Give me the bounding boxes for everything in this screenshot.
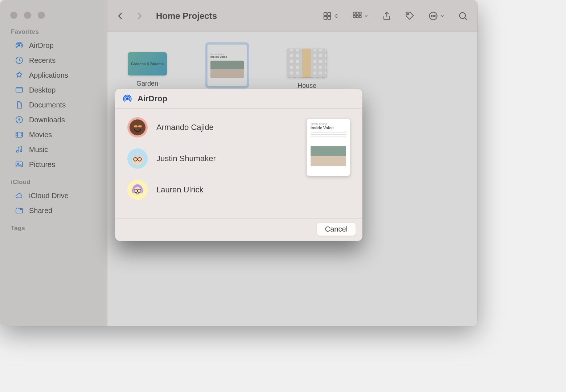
sidebar: Favorites AirDrop Recents Applications D… [0, 0, 107, 326]
applications-icon [15, 70, 24, 80]
sidebar-item-label: Music [29, 145, 48, 154]
svg-point-0 [19, 45, 20, 46]
sidebar-item-label: Documents [29, 100, 66, 110]
sidebar-item-airdrop[interactable]: AirDrop [4, 38, 103, 53]
svg-rect-2 [16, 87, 22, 92]
sidebar-item-label: Shared [29, 206, 53, 215]
back-button[interactable] [115, 11, 126, 21]
svg-rect-18 [356, 15, 358, 17]
airdrop-people-list: Armando Cajide Justin Shumaker Lauren Ul… [127, 115, 299, 213]
tags-button[interactable] [405, 11, 415, 21]
avatar [127, 117, 148, 138]
close-window-button[interactable] [10, 12, 17, 19]
sidebar-item-downloads[interactable]: Downloads [4, 113, 103, 127]
sidebar-section-tags: Tags [0, 218, 107, 234]
toolbar: Home Projects [107, 0, 477, 32]
svg-rect-10 [324, 12, 327, 15]
nav-arrows [115, 11, 144, 21]
sidebar-item-label: Desktop [29, 85, 56, 95]
minimize-window-button[interactable] [24, 12, 31, 19]
airdrop-person-justin[interactable]: Justin Shumaker [127, 148, 299, 169]
airdrop-icon [122, 94, 132, 104]
sidebar-item-label: Recents [29, 56, 56, 65]
group-icon [352, 11, 362, 21]
svg-point-23 [433, 15, 434, 16]
fullscreen-window-button[interactable] [38, 12, 45, 19]
more-button[interactable] [428, 11, 445, 21]
window-title: Home Projects [156, 11, 217, 21]
sidebar-section-icloud: iCloud [0, 172, 107, 188]
sidebar-item-label: AirDrop [29, 41, 54, 50]
window-controls [0, 7, 107, 22]
airdrop-footer: Cancel [115, 219, 362, 241]
file-thumbnail: Simple Styling Inside Voice [207, 44, 247, 86]
airdrop-body: Armando Cajide Justin Shumaker Lauren Ul… [115, 109, 362, 219]
music-icon [15, 145, 24, 154]
svg-rect-11 [328, 12, 331, 15]
svg-point-5 [17, 151, 19, 152]
cancel-button[interactable]: Cancel [317, 222, 356, 236]
downloads-icon [15, 115, 24, 124]
file-thumbnail [287, 49, 327, 78]
view-mode-button[interactable] [322, 11, 339, 21]
svg-rect-13 [328, 16, 331, 19]
airdrop-header: AirDrop [115, 89, 362, 109]
documents-icon [15, 100, 24, 110]
grid-view-icon [322, 11, 332, 21]
file-thumbnail: Gardens & Blooms [128, 52, 167, 75]
sidebar-section-favorites: Favorites [0, 22, 107, 38]
search-button[interactable] [458, 11, 468, 21]
preview-thumbnail: Simple Styling Inside Voice [307, 119, 350, 176]
svg-rect-16 [359, 12, 361, 14]
cloud-icon [15, 191, 24, 200]
svg-rect-29 [138, 125, 142, 127]
svg-rect-28 [134, 125, 138, 127]
airdrop-person-name: Lauren Ulrick [156, 185, 204, 195]
airdrop-dialog: AirDrop Armando Cajide Justin Shumaker L… [115, 89, 362, 241]
airdrop-person-lauren[interactable]: Lauren Ulrick [127, 180, 299, 200]
sidebar-item-shared[interactable]: Shared [4, 203, 103, 218]
svg-rect-14 [353, 12, 356, 14]
airdrop-preview: Simple Styling Inside Voice [307, 115, 354, 213]
svg-rect-15 [356, 12, 358, 14]
svg-point-20 [407, 13, 409, 15]
sidebar-item-documents[interactable]: Documents [4, 98, 103, 112]
movies-icon [15, 130, 24, 139]
chevron-down-icon [364, 13, 369, 19]
sidebar-item-label: Applications [29, 70, 68, 80]
sidebar-item-label: iCloud Drive [29, 191, 69, 200]
desktop-icon [15, 85, 24, 95]
svg-point-26 [126, 98, 128, 99]
airdrop-person-armando[interactable]: Armando Cajide [127, 117, 299, 138]
airdrop-person-name: Justin Shumaker [156, 154, 216, 163]
sidebar-item-label: Pictures [29, 160, 55, 169]
selection-highlight: Simple Styling Inside Voice [205, 42, 249, 89]
sidebar-item-applications[interactable]: Applications [4, 68, 103, 82]
sidebar-item-label: Downloads [29, 115, 65, 124]
sidebar-item-music[interactable]: Music [4, 142, 103, 157]
group-by-button[interactable] [352, 11, 369, 21]
file-label: Garden [132, 79, 163, 88]
more-icon [428, 11, 438, 21]
pictures-icon [15, 160, 24, 169]
sidebar-item-icloud-drive[interactable]: iCloud Drive [4, 188, 103, 203]
sidebar-item-desktop[interactable]: Desktop [4, 83, 103, 97]
sidebar-item-recents[interactable]: Recents [4, 53, 103, 68]
svg-rect-19 [359, 15, 361, 17]
svg-point-9 [20, 208, 22, 210]
svg-point-24 [435, 15, 435, 16]
svg-point-25 [460, 12, 465, 18]
forward-button[interactable] [134, 11, 144, 21]
sidebar-item-movies[interactable]: Movies [4, 127, 103, 142]
svg-point-27 [130, 119, 145, 135]
sidebar-item-pictures[interactable]: Pictures [4, 157, 103, 172]
recents-icon [15, 56, 24, 65]
chevron-down-icon [440, 13, 445, 19]
share-button[interactable] [382, 11, 392, 21]
toolbar-tools [322, 11, 468, 21]
svg-point-22 [431, 15, 432, 16]
airdrop-person-name: Armando Cajide [156, 123, 214, 132]
svg-rect-17 [353, 15, 356, 17]
sidebar-item-label: Movies [29, 130, 52, 139]
chevron-updown-icon [334, 13, 339, 19]
